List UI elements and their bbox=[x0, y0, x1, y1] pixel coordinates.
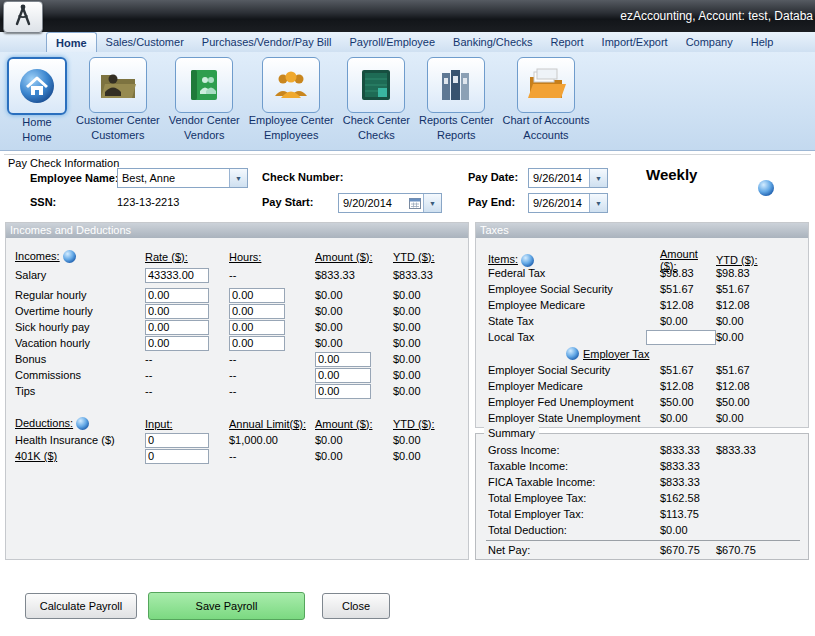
income-ytd: $0.00 bbox=[393, 289, 468, 301]
vacation-hourly-hours-input[interactable] bbox=[229, 336, 285, 351]
tax-amount: $0.00 bbox=[660, 412, 716, 424]
summary-title: Summary bbox=[484, 427, 539, 439]
chevron-down-icon[interactable]: ▼ bbox=[589, 194, 607, 212]
tab-sales-customer[interactable]: Sales/Customer bbox=[97, 32, 193, 52]
summary-amount: $833.33 bbox=[660, 476, 716, 488]
regular-hourly-rate-input[interactable] bbox=[145, 288, 209, 303]
tips-amount-input[interactable] bbox=[315, 384, 371, 399]
input-column-header: Input: bbox=[145, 418, 229, 430]
incomes-column-header: Incomes: bbox=[15, 250, 60, 262]
summary-ytd: $833.33 bbox=[716, 444, 808, 456]
income-ytd: $0.00 bbox=[393, 337, 468, 349]
overtime-hourly-hours-input[interactable] bbox=[229, 304, 285, 319]
summary-label: Taxable Income: bbox=[488, 460, 660, 472]
deduction-amount: $0.00 bbox=[315, 450, 393, 462]
toolbar-item-subtitle: Home bbox=[22, 130, 51, 145]
close-button[interactable]: Close bbox=[322, 593, 390, 619]
pay-date-select[interactable]: 9/26/2014 ▼ bbox=[528, 168, 608, 188]
bonus-amount-input[interactable] bbox=[315, 352, 371, 367]
toolbar-item-subtitle: Customers bbox=[91, 128, 144, 143]
income-ytd: $0.00 bbox=[393, 369, 468, 381]
tab-import-export[interactable]: Import/Export bbox=[593, 32, 677, 52]
tab-company[interactable]: Company bbox=[677, 32, 742, 52]
local-tax-input[interactable] bbox=[646, 330, 716, 345]
tax-label: Employee Medicare bbox=[488, 299, 660, 311]
ytd-column-header: YTD ($): bbox=[393, 251, 468, 263]
incomes-help-icon[interactable] bbox=[63, 250, 76, 263]
tab-home[interactable]: Home bbox=[46, 32, 97, 52]
reports-center-icon bbox=[427, 57, 485, 113]
check-number-label: Check Number: bbox=[262, 171, 343, 183]
income-ytd: $0.00 bbox=[393, 353, 468, 365]
employer-tax-help-icon[interactable] bbox=[566, 347, 579, 360]
summary-row-net-pay: Net Pay: $670.75 $670.75 bbox=[476, 542, 808, 558]
hours-column-header: Hours: bbox=[229, 251, 315, 263]
tab-purchases-vendor-pay-bill[interactable]: Purchases/Vendor/Pay Bill bbox=[193, 32, 341, 52]
tax-ytd: $0.00 bbox=[716, 412, 808, 424]
tab-payroll-employee[interactable]: Payroll/Employee bbox=[340, 32, 444, 52]
salary-rate-input[interactable] bbox=[145, 268, 209, 283]
employee-name-label: Employee Name: bbox=[30, 172, 119, 184]
toolbar-item-employee-center[interactable]: Employee Center Employees bbox=[249, 57, 334, 143]
title-bar: ezAccounting, Account: test, Databa bbox=[0, 0, 815, 32]
chevron-down-icon[interactable]: ▼ bbox=[423, 194, 441, 212]
income-rate: -- bbox=[145, 385, 229, 397]
save-payroll-button[interactable]: Save Payroll bbox=[148, 592, 305, 620]
calculate-payroll-button[interactable]: Calculate Payroll bbox=[25, 593, 137, 619]
income-hours: -- bbox=[229, 353, 315, 365]
taxes-help-icon[interactable] bbox=[521, 254, 534, 267]
rate-column-header: Rate ($): bbox=[145, 251, 229, 263]
tab-help[interactable]: Help bbox=[742, 32, 783, 52]
income-label: Commissions bbox=[15, 369, 145, 381]
incomes-deductions-panel-header: Incomes and Deductions bbox=[6, 223, 468, 238]
summary-label: FICA Taxable Income: bbox=[488, 476, 660, 488]
chevron-down-icon[interactable]: ▼ bbox=[229, 169, 247, 187]
employer-tax-label: Employer Tax bbox=[583, 348, 649, 360]
summary-row-taxable-income: Taxable Income: $833.33 bbox=[476, 458, 808, 474]
health-insurance-input[interactable] bbox=[145, 433, 209, 448]
toolbar-item-vendor-center[interactable]: Vendor Center Vendors bbox=[169, 57, 240, 143]
sick-hourly-hours-input[interactable] bbox=[229, 320, 285, 335]
tax-label: Employee Social Security bbox=[488, 283, 660, 295]
overtime-hourly-rate-input[interactable] bbox=[145, 304, 209, 319]
employee-name-select[interactable]: Best, Anne ▼ bbox=[117, 168, 248, 188]
income-label: Bonus bbox=[15, 353, 145, 365]
tab-banking-checks[interactable]: Banking/Checks bbox=[444, 32, 542, 52]
tax-ytd: $98.83 bbox=[716, 267, 808, 279]
summary-amount: $0.00 bbox=[660, 524, 716, 536]
toolbar: Home Home Customer Center Customers Vend… bbox=[0, 52, 815, 151]
amount-column-header: Amount ($): bbox=[315, 418, 393, 430]
toolbar-item-title: Check Center bbox=[343, 113, 410, 128]
toolbar-item-subtitle: Employees bbox=[264, 128, 318, 143]
toolbar-item-home[interactable]: Home Home bbox=[7, 57, 67, 145]
toolbar-item-title: Home bbox=[22, 115, 51, 130]
tax-ytd: $51.67 bbox=[716, 364, 808, 376]
income-row-salary: Salary -- $833.33 $833.33 bbox=[6, 267, 468, 283]
vacation-hourly-rate-input[interactable] bbox=[145, 336, 209, 351]
pay-date-label: Pay Date: bbox=[468, 171, 518, 183]
sick-hourly-rate-input[interactable] bbox=[145, 320, 209, 335]
pay-end-select[interactable]: 9/26/2014 ▼ bbox=[528, 193, 608, 213]
deductions-help-icon[interactable] bbox=[76, 417, 89, 430]
deduction-ytd: $0.00 bbox=[393, 450, 468, 462]
app-window: ezAccounting, Account: test, Databa Home… bbox=[0, 0, 815, 636]
toolbar-item-chart-of-accounts[interactable]: Chart of Accounts Accounts bbox=[503, 57, 590, 143]
toolbar-item-check-center[interactable]: Check Center Checks bbox=[343, 57, 410, 143]
help-globe-icon[interactable] bbox=[758, 180, 774, 196]
401k-input[interactable] bbox=[145, 449, 209, 464]
income-row-tips: Tips -- -- $0.00 bbox=[6, 383, 468, 399]
summary-label: Total Employer Tax: bbox=[488, 508, 660, 520]
regular-hourly-hours-input[interactable] bbox=[229, 288, 285, 303]
tab-report[interactable]: Report bbox=[542, 32, 593, 52]
ssn-value: 123-13-2213 bbox=[117, 196, 179, 208]
pay-start-datepicker[interactable]: 9/20/2014 ▼ bbox=[338, 193, 442, 213]
toolbar-item-customer-center[interactable]: Customer Center Customers bbox=[76, 57, 160, 143]
window-title: ezAccounting, Account: test, Databa bbox=[620, 9, 813, 23]
deduction-amount: $0.00 bbox=[315, 434, 393, 446]
summary-panel: Summary Gross Income: $833.33 $833.33 Ta… bbox=[475, 433, 809, 560]
chevron-down-icon[interactable]: ▼ bbox=[589, 169, 607, 187]
commissions-amount-input[interactable] bbox=[315, 368, 371, 383]
app-menu-button[interactable] bbox=[3, 1, 43, 33]
toolbar-item-reports-center[interactable]: Reports Center Reports bbox=[419, 57, 494, 143]
tax-amount: $51.67 bbox=[660, 364, 716, 376]
